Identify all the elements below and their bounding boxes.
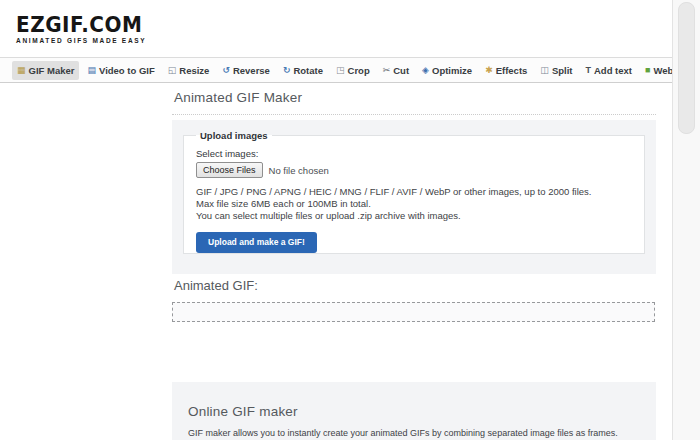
gif-maker-icon: ▦ [17, 66, 26, 75]
nav-item-add-text[interactable]: TAdd text [580, 61, 637, 80]
nav-item-resize[interactable]: ◱Resize [163, 61, 215, 80]
nav-item-label: Add text [594, 65, 632, 76]
nav-item-split[interactable]: ◫Split [535, 61, 577, 80]
crop-icon: ◳ [336, 66, 345, 75]
result-placeholder-box [172, 302, 655, 322]
nav-item-label: Rotate [293, 65, 323, 76]
browser-viewport: EZGIF.COM ANIMATED GIFS MADE EASY ▦GIF M… [0, 0, 700, 440]
scrollbar-track[interactable] [672, 0, 700, 440]
nav-item-crop[interactable]: ◳Crop [331, 61, 375, 80]
choose-files-button[interactable]: Choose Files [196, 162, 263, 178]
logo-tagline: ANIMATED GIFS MADE EASY [16, 37, 146, 44]
page-title: Animated GIF Maker [172, 86, 656, 115]
upload-info: GIF / JPG / PNG / APNG / HEIC / MNG / FL… [196, 186, 632, 222]
about-heading: Online GIF maker [188, 404, 640, 419]
upload-legend: Upload images [196, 130, 272, 141]
logo-title: EZGIF.COM [16, 14, 146, 36]
nav-item-reverse[interactable]: ↺Reverse [217, 61, 275, 80]
nav-item-gif-maker[interactable]: ▦GIF Maker [12, 61, 79, 80]
upload-panel: Upload images Select images: Choose File… [172, 120, 656, 274]
webp-icon: ■ [645, 66, 650, 75]
upload-info-line: Max file size 6MB each or 100MB in total… [196, 198, 632, 210]
nav-item-label: Crop [348, 65, 370, 76]
upload-submit-button[interactable]: Upload and make a GIF! [196, 232, 317, 253]
nav-item-label: Optimize [432, 65, 472, 76]
nav-item-video-to-gif[interactable]: ▤Video to GIF [82, 61, 159, 80]
effects-icon: ✱ [485, 66, 493, 75]
scrollbar-thumb[interactable] [678, 2, 695, 134]
scissors-icon: ✂ [383, 66, 391, 75]
split-icon: ◫ [540, 66, 549, 75]
nav-item-label: Resize [179, 65, 209, 76]
nav-item-webp[interactable]: ■WebP [640, 61, 672, 80]
file-chosen-status: No file chosen [269, 165, 329, 176]
nav-item-label: Reverse [233, 65, 270, 76]
nav-item-label: WebP [653, 65, 672, 76]
main-nav: ▦GIF Maker▤Video to GIF◱Resize↺Reverse↻R… [0, 57, 672, 83]
main-content: Animated GIF Maker Upload images Select … [172, 86, 656, 274]
nav-item-label: GIF Maker [29, 65, 75, 76]
about-text: GIF maker allows you to instantly create… [188, 427, 643, 440]
nav-item-label: Video to GIF [99, 65, 155, 76]
nav-item-cut[interactable]: ✂Cut [378, 61, 414, 80]
select-images-label: Select images: [196, 148, 632, 159]
optimize-icon: ◈ [422, 66, 429, 75]
file-input: Choose Files No file chosen [196, 162, 632, 178]
nav-item-effects[interactable]: ✱Effects [480, 61, 532, 80]
add-text-icon: T [585, 66, 591, 75]
result-heading: Animated GIF: [174, 278, 258, 293]
nav-item-label: Cut [393, 65, 409, 76]
video-icon: ▤ [87, 66, 96, 75]
reverse-icon: ↺ [222, 66, 230, 75]
upload-info-line: You can select multiple files or upload … [196, 210, 632, 222]
rotate-icon: ↻ [283, 66, 291, 75]
nav-item-rotate[interactable]: ↻Rotate [278, 61, 328, 80]
about-panel: Online GIF maker GIF maker allows you to… [172, 382, 656, 440]
nav-item-optimize[interactable]: ◈Optimize [417, 61, 477, 80]
upload-info-line: GIF / JPG / PNG / APNG / HEIC / MNG / FL… [196, 186, 632, 198]
upload-fieldset: Upload images Select images: Choose File… [183, 130, 645, 254]
nav-item-label: Effects [496, 65, 528, 76]
resize-icon: ◱ [168, 66, 177, 75]
site-logo[interactable]: EZGIF.COM ANIMATED GIFS MADE EASY [16, 15, 146, 44]
nav-item-label: Split [552, 65, 573, 76]
